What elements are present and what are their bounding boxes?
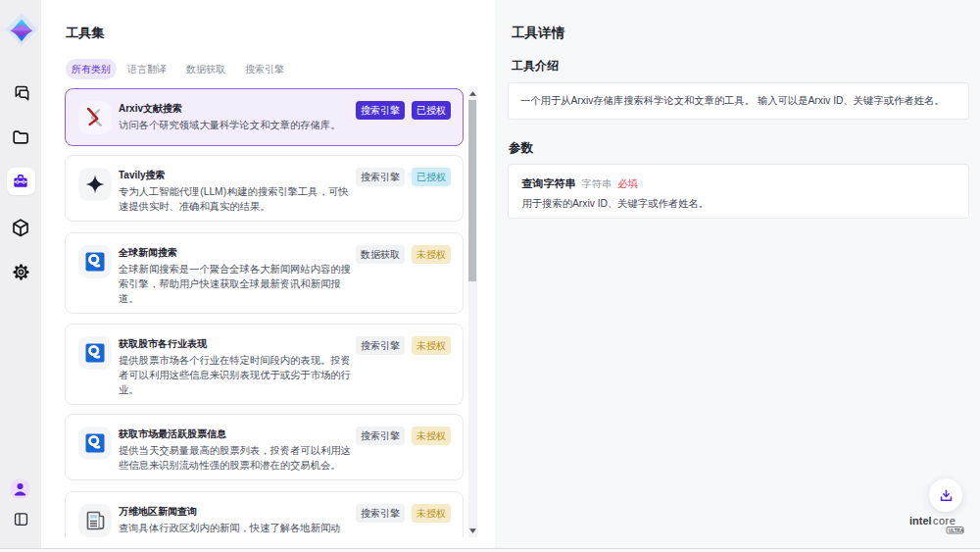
sidebar-item-folder[interactable] [0, 130, 41, 144]
tool-card-1[interactable]: Arxiv文献搜索访问各个研究领域大量科学论文和文章的存储库。搜索引擎已授权 [65, 88, 464, 146]
user-icon [10, 478, 30, 499]
download-icon [938, 487, 955, 504]
sparkle-icon [78, 168, 112, 201]
sidebar-item-tools[interactable] [0, 168, 41, 195]
tools-list: Arxiv文献搜索访问各个研究领域大量科学论文和文章的存储库。搜索引擎已授权Ta… [41, 83, 495, 537]
scrollbar-thumb[interactable] [468, 100, 476, 281]
tool-icon [78, 504, 112, 537]
tool-card-4[interactable]: 获取股市各行业表现提供股票市场各个行业在特定时间段内的表现。投资者可以利用这些信… [65, 324, 464, 405]
auth-badge: 未授权 [412, 245, 451, 264]
tab-数据获取[interactable]: 数据获取 [177, 59, 234, 79]
tab-语言翻译[interactable]: 语言翻译 [119, 59, 175, 79]
tab-所有类别[interactable]: 所有类别 [66, 59, 117, 79]
list-scrollbar[interactable] [468, 86, 477, 537]
intro-heading: 工具介绍 [512, 58, 559, 75]
news-q-icon [78, 336, 112, 370]
sidebar-item-tools-active-bg [7, 168, 35, 195]
ultra-text: ULTRA [949, 528, 964, 533]
page-title: 工具集 [66, 25, 105, 42]
tools-list-panel: 工具集 所有类别语言翻译数据获取搜索引擎 Arxiv文献搜索访问各个研究领域大量… [41, 0, 495, 552]
intro-text: 一个用于从Arxiv存储库搜索科学论文和文章的工具。 输入可以是Arxiv ID… [520, 94, 944, 108]
category-tabs: 所有类别语言翻译数据获取搜索引擎 [66, 59, 293, 79]
window-bottom-edge [0, 548, 980, 552]
download-fab[interactable] [929, 478, 962, 512]
gear-icon [12, 263, 30, 281]
auth-badge: 未授权 [412, 427, 451, 445]
news-q-icon [78, 427, 112, 460]
tool-card-5[interactable]: 获取市场最活跃股票信息提供当天交易量最高的股票列表，投资者可以利用这些信息来识别… [65, 414, 464, 480]
tool-icon [78, 245, 112, 278]
category-badge: 搜索引擎 [356, 336, 405, 355]
scrollbar-up-arrow[interactable] [468, 86, 477, 100]
tab-搜索引擎[interactable]: 搜索引擎 [236, 59, 293, 79]
intel-text: intel [909, 515, 932, 527]
collapse-panel-icon [13, 511, 29, 527]
toolbox-icon [12, 173, 29, 190]
sidebar-item-models[interactable] [0, 219, 41, 237]
sidebar-item-chat[interactable] [0, 85, 41, 102]
category-badge: 搜索引擎 [356, 168, 405, 186]
intel-core-ultra-logo: intel core ULTRA [909, 513, 966, 542]
detail-title: 工具详情 [512, 25, 564, 42]
tool-description: 专为人工智能代理 (LLM) 构建的搜索引擎工具，可快速提供实时、准确和真实的结… [119, 184, 353, 215]
tool-description: 提供当天交易量最高的股票列表，投资者可以利用这些信息来识别流动性强的股票和潜在的… [119, 443, 353, 474]
tool-icon [78, 101, 112, 134]
folder-icon [13, 130, 28, 144]
tool-icon [78, 168, 112, 201]
category-badge: 搜索引擎 [356, 504, 405, 523]
app-logo [3, 11, 40, 48]
category-badge: 搜索引擎 [356, 427, 405, 445]
sidebar-item-settings[interactable] [0, 263, 41, 281]
param-name: 查询字符串 [522, 176, 576, 191]
arxiv-logo-icon [78, 101, 112, 134]
param-required-badge: 必填 [617, 177, 638, 191]
scrollbar-down-arrow[interactable] [468, 524, 477, 537]
category-badge: 数据获取 [356, 245, 405, 264]
collapse-sidebar-button[interactable] [0, 511, 41, 527]
tool-description: 提供股票市场各个行业在特定时间段内的表现。投资者可以利用这些信息来识别表现优于或… [119, 353, 353, 398]
auth-badge: 未授权 [412, 504, 451, 523]
cube-icon [13, 219, 28, 237]
param-description: 用于搜索的Arxiv ID、关键字或作者姓名。 [522, 197, 955, 211]
chat-icon [13, 85, 29, 102]
tool-card-6[interactable]: 万维地区新闻查询查询具体行政区划内的新闻，快速了解各地新闻动态。搜索引擎未授权 [65, 491, 464, 537]
core-text: core [933, 515, 956, 527]
tool-card-2[interactable]: Tavily搜索专为人工智能代理 (LLM) 构建的搜索引擎工具，可快速提供实时… [65, 155, 464, 222]
category-badge: 搜索引擎 [356, 101, 405, 120]
tool-icon [78, 427, 112, 460]
param-box: 查询字符串 字符串 必填 用于搜索的Arxiv ID、关键字或作者姓名。 [508, 164, 969, 219]
auth-badge: 已授权 [412, 101, 451, 120]
tool-card-3[interactable]: 全球新闻搜索全球新闻搜索是一个聚合全球各大新闻网站内容的搜索引擎，帮助用户快速获… [65, 232, 464, 314]
param-type: 字符串 [582, 177, 612, 191]
tool-detail-panel: 工具详情 工具介绍 一个用于从Arxiv存储库搜索科学论文和文章的工具。 输入可… [495, 0, 980, 552]
auth-badge: 未授权 [412, 336, 451, 355]
auth-badge: 已授权 [412, 168, 451, 186]
newspaper-icon [78, 504, 112, 537]
intro-box: 一个用于从Arxiv存储库搜索科学论文和文章的工具。 输入可以是Arxiv ID… [508, 82, 969, 120]
tool-description: 查询具体行政区划内的新闻，快速了解各地新闻动态。 [119, 521, 353, 537]
tool-icon [78, 336, 112, 370]
tool-description: 全球新闻搜索是一个聚合全球各大新闻网站内容的搜索引擎，帮助用户快速获取全球最新资… [119, 262, 353, 307]
user-avatar[interactable] [10, 478, 30, 499]
news-q-icon [78, 245, 112, 278]
params-heading: 参数 [509, 140, 533, 157]
tool-description: 访问各个研究领域大量科学论文和文章的存储库。 [119, 118, 353, 132]
sidebar [0, 0, 41, 552]
